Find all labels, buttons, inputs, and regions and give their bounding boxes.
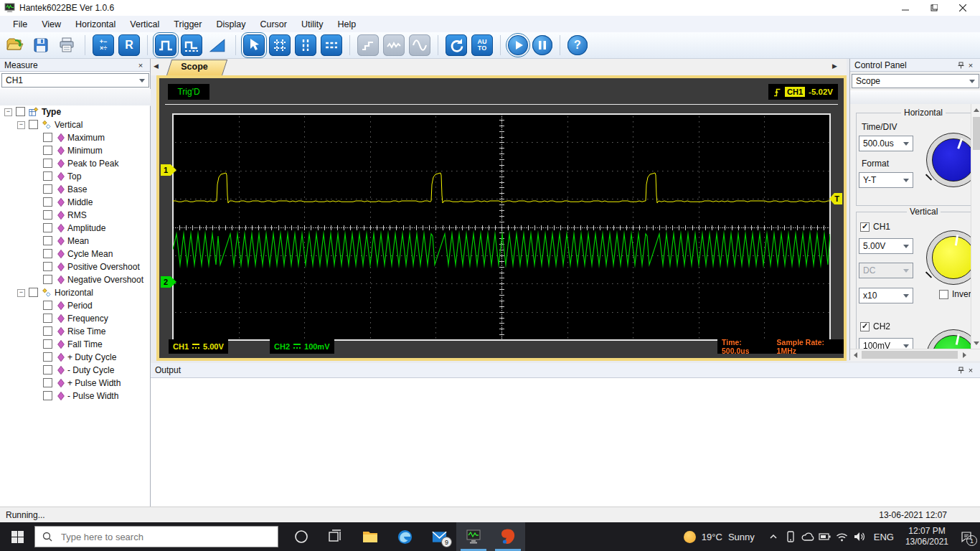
language-indicator[interactable]: ENG xyxy=(874,532,894,542)
expand-icon[interactable]: − xyxy=(4,108,12,116)
auto-setup-button[interactable]: AUTO xyxy=(471,34,493,56)
taskbar-app-mail[interactable]: 9 xyxy=(422,522,456,551)
tree-checkbox[interactable] xyxy=(43,275,52,284)
tree-checkbox[interactable] xyxy=(16,107,25,116)
control-panel-hscrollbar[interactable] xyxy=(850,349,980,361)
tree-item-maximum[interactable]: Maximum xyxy=(0,131,150,144)
reference-button[interactable]: R xyxy=(118,34,140,56)
tree-checkbox[interactable] xyxy=(43,223,52,232)
timediv-select[interactable]: 500.0us xyxy=(859,136,913,151)
ch1-checkbox[interactable] xyxy=(860,222,870,232)
maximize-button[interactable] xyxy=(920,0,948,16)
ch1-probe-select[interactable]: x10 xyxy=(859,288,913,303)
tree-checkbox[interactable] xyxy=(43,262,52,271)
horizontal-cursors-button[interactable] xyxy=(321,34,342,56)
print-button[interactable] xyxy=(56,34,77,56)
tree-item-frequency[interactable]: Frequency xyxy=(0,312,150,325)
pin-icon[interactable] xyxy=(956,60,966,70)
help-button[interactable]: ? xyxy=(567,35,588,55)
measure-close-icon[interactable]: × xyxy=(136,60,146,70)
tree-checkbox[interactable] xyxy=(43,146,52,155)
menu-trigger[interactable]: Trigger xyxy=(166,19,209,29)
search-input[interactable] xyxy=(60,531,263,543)
tree-checkbox[interactable] xyxy=(43,339,52,349)
tree-item-pulse-width[interactable]: + Pulse Width xyxy=(0,377,150,390)
invert-checkbox[interactable] xyxy=(939,290,948,299)
taskbar-app-hantek-app[interactable] xyxy=(491,522,525,551)
grid-display-button[interactable] xyxy=(269,34,291,56)
menu-cursor[interactable]: Cursor xyxy=(253,19,294,29)
wifi-icon[interactable] xyxy=(834,522,851,551)
scroll-right-icon[interactable] xyxy=(959,349,969,360)
tab-scope[interactable]: Scope xyxy=(166,60,222,75)
tree-checkbox[interactable] xyxy=(43,184,52,194)
scroll-down-icon[interactable] xyxy=(971,337,980,349)
tree-checkbox[interactable] xyxy=(43,197,52,207)
tree-checkbox[interactable] xyxy=(43,365,52,375)
tree-checkbox[interactable] xyxy=(43,301,52,310)
taskbar-app-task-view[interactable] xyxy=(319,522,353,551)
weather-widget[interactable]: 19°C Sunny xyxy=(684,531,755,543)
tree-item-amplitude[interactable]: Amplitude xyxy=(0,222,150,235)
onedrive-icon[interactable] xyxy=(799,522,816,551)
scroll-left-icon[interactable] xyxy=(850,349,860,360)
taskbar-app-edge[interactable] xyxy=(387,522,422,551)
tree-item-type[interactable]: −Type xyxy=(0,105,150,118)
tree-item-top[interactable]: Top xyxy=(0,170,150,183)
start-button[interactable] xyxy=(0,522,34,551)
tree-item-fall-time[interactable]: Fall Time xyxy=(0,338,150,351)
pulse-dashed-button[interactable] xyxy=(181,34,202,56)
ch2-checkbox[interactable] xyxy=(860,322,870,331)
menu-help[interactable]: Help xyxy=(331,19,364,29)
pulse-wave-button[interactable] xyxy=(155,34,176,56)
refresh-button[interactable] xyxy=(446,34,467,56)
pause-button[interactable] xyxy=(532,35,552,55)
tree-item-negative-overshoot[interactable]: Negative Overshoot xyxy=(0,273,150,286)
tree-item-minimum[interactable]: Minimum xyxy=(0,144,150,157)
scope-screen[interactable] xyxy=(172,113,831,341)
control-panel-vscrollbar[interactable] xyxy=(971,104,980,349)
menu-utility[interactable]: Utility xyxy=(294,19,331,29)
control-panel-select[interactable]: Scope xyxy=(852,74,979,88)
control-panel-close-icon[interactable]: × xyxy=(966,60,976,70)
taskbar-clock[interactable]: 12:07 PM 13/06/2021 xyxy=(905,526,948,547)
tree-item-duty-cycle[interactable]: - Duty Cycle xyxy=(0,364,150,377)
menu-file[interactable]: File xyxy=(6,19,34,29)
notification-center[interactable]: 1 xyxy=(954,522,979,551)
menu-display[interactable]: Display xyxy=(209,19,253,29)
menu-horizontal[interactable]: Horizontal xyxy=(68,19,123,29)
open-button[interactable] xyxy=(4,34,26,56)
tree-checkbox[interactable] xyxy=(43,210,52,220)
tree-checkbox[interactable] xyxy=(43,236,52,245)
trigger-marker[interactable]: T xyxy=(829,193,842,204)
save-button[interactable] xyxy=(30,34,52,56)
chevron-up-icon[interactable] xyxy=(765,522,782,551)
ch1-scale-select[interactable]: 5.00V xyxy=(859,238,913,254)
tree-checkbox[interactable] xyxy=(43,159,52,168)
math-button[interactable]: +−×÷ xyxy=(93,34,114,56)
tree-item-rise-time[interactable]: Rise Time xyxy=(0,325,150,338)
tree-item-vertical[interactable]: −Vertical xyxy=(0,118,150,131)
tree-checkbox[interactable] xyxy=(43,352,52,362)
tree-item-base[interactable]: Base xyxy=(0,183,150,196)
ch1-enable[interactable]: CH1 xyxy=(860,222,890,232)
output-close-icon[interactable]: × xyxy=(966,365,976,375)
pin-icon[interactable] xyxy=(956,365,966,375)
tree-checkbox[interactable] xyxy=(43,378,52,387)
ch2-scale-select[interactable]: 100mV xyxy=(859,338,913,349)
tree-item-horizontal[interactable]: −Horizontal xyxy=(0,286,150,299)
tree-checkbox[interactable] xyxy=(43,133,52,142)
select-cursor-button[interactable] xyxy=(243,34,265,56)
minimize-button[interactable] xyxy=(891,0,920,16)
hscroll-thumb[interactable] xyxy=(862,351,958,359)
tree-checkbox[interactable] xyxy=(43,249,52,258)
menu-view[interactable]: View xyxy=(34,19,68,29)
tree-checkbox[interactable] xyxy=(43,314,52,323)
tree-item-mean[interactable]: Mean xyxy=(0,235,150,248)
menu-vertical[interactable]: Vertical xyxy=(123,19,166,29)
tree-item-peak-to-peak[interactable]: Peak to Peak xyxy=(0,157,150,170)
phone-icon[interactable] xyxy=(782,522,799,551)
close-button[interactable] xyxy=(948,0,977,16)
tree-checkbox[interactable] xyxy=(43,171,52,181)
taskbar-app-scope-app[interactable] xyxy=(456,522,491,551)
